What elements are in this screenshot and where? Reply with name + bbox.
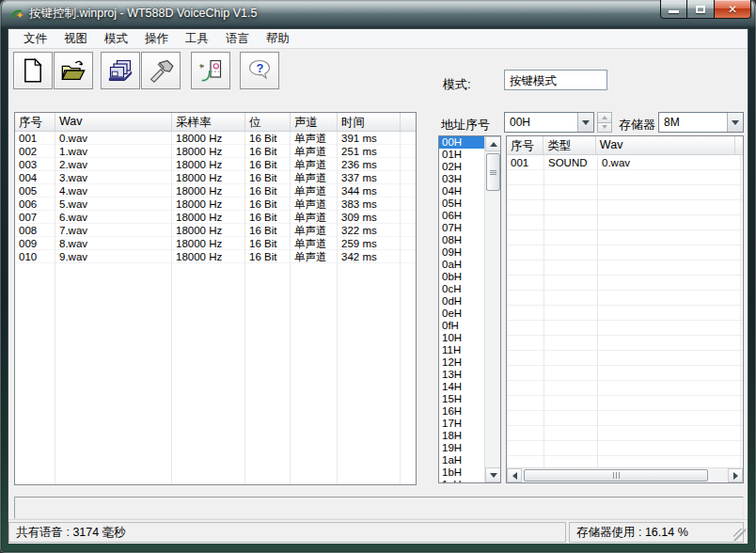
column-header[interactable]: 序号 bbox=[15, 113, 55, 131]
cell: 18000 Hz bbox=[172, 224, 245, 236]
address-list-item[interactable]: 17H bbox=[439, 418, 484, 430]
program-table-row-empty bbox=[507, 366, 743, 381]
scroll-down-icon bbox=[490, 473, 497, 478]
address-list-item[interactable]: 05H bbox=[439, 198, 484, 210]
svg-text:?: ? bbox=[257, 61, 264, 75]
cell bbox=[598, 276, 741, 290]
program-table-hscrollbar[interactable] bbox=[507, 467, 743, 482]
wav-table-row[interactable]: 0109.wav18000 Hz16 Bit单声道342 ms bbox=[15, 250, 416, 263]
title-bar[interactable]: 按键控制.winproj - WT588D VoiceChip V1.5 ✕ bbox=[0, 0, 756, 28]
menu-item-help[interactable]: 帮助 bbox=[258, 29, 298, 49]
address-list-item[interactable]: 13H bbox=[439, 369, 484, 381]
address-combobox-dropdown-button[interactable] bbox=[577, 113, 593, 132]
scroll-down-button[interactable] bbox=[485, 467, 501, 482]
address-list-item[interactable]: 11H bbox=[439, 344, 484, 356]
wav-table-row[interactable]: 0021.wav18000 Hz16 Bit单声道251 ms bbox=[15, 145, 416, 158]
address-listbox[interactable]: 00H01H02H03H04H05H06H07H08H09H0aH0bH0cH0… bbox=[438, 135, 501, 483]
address-list-item[interactable]: 10H bbox=[439, 332, 484, 344]
address-list-item[interactable]: 1cH bbox=[439, 479, 484, 482]
address-list-item[interactable]: 0fH bbox=[439, 320, 484, 332]
scrollbar-thumb[interactable] bbox=[524, 469, 708, 482]
memory-combobox-dropdown-button[interactable] bbox=[727, 113, 743, 132]
address-list-item[interactable]: 0eH bbox=[439, 308, 484, 320]
address-list-item[interactable]: 06H bbox=[439, 210, 484, 222]
cell: 2.wav bbox=[55, 158, 172, 170]
address-list-item[interactable]: 04H bbox=[439, 185, 484, 198]
address-list-scrollbar[interactable] bbox=[484, 136, 500, 482]
column-header[interactable]: 序号 bbox=[507, 136, 543, 154]
download-chip-button[interactable] bbox=[191, 52, 230, 89]
new-project-button[interactable] bbox=[13, 52, 53, 89]
wav-table-row[interactable]: 0076.wav18000 Hz16 Bit单声道309 ms bbox=[15, 211, 416, 224]
address-list-item[interactable]: 09H bbox=[439, 246, 484, 259]
address-list-item[interactable]: 03H bbox=[439, 173, 484, 185]
column-header[interactable]: 时间 bbox=[338, 113, 401, 131]
cell: 16 Bit bbox=[245, 158, 291, 170]
spinner-down-button[interactable] bbox=[597, 123, 612, 134]
cell bbox=[544, 351, 598, 365]
mode-field[interactable]: 按键模式 bbox=[504, 70, 607, 90]
status-total-voice: 共有语音 : 3174 毫秒 bbox=[8, 522, 566, 543]
wav-table-row[interactable]: 0087.wav18000 Hz16 Bit单声道322 ms bbox=[15, 224, 416, 237]
cell: 383 ms bbox=[338, 198, 401, 210]
column-header[interactable]: Wav bbox=[55, 113, 172, 131]
scroll-up-button[interactable] bbox=[485, 136, 501, 151]
program-table-row[interactable]: 001SOUND0.wav bbox=[507, 155, 743, 170]
menu-bar: 文件视图模式操作工具语言帮助 bbox=[8, 29, 748, 49]
address-list-item[interactable]: 19H bbox=[439, 442, 484, 454]
address-list-item[interactable]: 16H bbox=[439, 405, 484, 418]
help-button[interactable]: ? bbox=[240, 52, 279, 89]
scroll-right-button[interactable] bbox=[728, 468, 743, 482]
resize-grip[interactable] bbox=[733, 529, 746, 541]
build-button[interactable] bbox=[141, 52, 181, 89]
menu-item-view[interactable]: 视图 bbox=[55, 29, 96, 49]
wav-table-row[interactable]: 0010.wav18000 Hz16 Bit单声道391 ms bbox=[15, 132, 416, 145]
wav-table-row[interactable]: 0043.wav18000 Hz16 Bit单声道337 ms bbox=[15, 171, 416, 184]
column-header[interactable]: 类型 bbox=[543, 136, 596, 154]
address-list-item[interactable]: 0cH bbox=[439, 283, 484, 295]
column-header[interactable]: 位 bbox=[245, 113, 291, 131]
address-list-item[interactable]: 07H bbox=[439, 222, 484, 234]
address-list-item[interactable]: 08H bbox=[439, 234, 484, 246]
address-list-item[interactable]: 0bH bbox=[439, 271, 484, 283]
menu-item-language[interactable]: 语言 bbox=[217, 29, 258, 49]
column-header[interactable]: 采样率 bbox=[172, 113, 245, 131]
column-header[interactable]: 声道 bbox=[291, 113, 338, 131]
program-table-row-empty bbox=[507, 170, 743, 185]
address-list-item[interactable]: 0dH bbox=[439, 295, 484, 308]
close-button[interactable]: ✕ bbox=[714, 0, 751, 19]
address-list-item[interactable]: 15H bbox=[439, 393, 484, 405]
wav-table-row[interactable]: 0065.wav18000 Hz16 Bit单声道383 ms bbox=[15, 198, 416, 211]
cell bbox=[598, 291, 741, 305]
memory-combobox[interactable]: 8M bbox=[658, 112, 744, 133]
open-project-button[interactable] bbox=[54, 52, 93, 89]
scroll-left-button[interactable] bbox=[507, 468, 522, 482]
menu-item-operation[interactable]: 操作 bbox=[136, 29, 177, 49]
maximize-button[interactable] bbox=[687, 0, 714, 19]
address-list-item[interactable]: 0aH bbox=[439, 259, 484, 271]
address-list-item[interactable]: 02H bbox=[439, 161, 484, 173]
address-list-item[interactable]: 12H bbox=[439, 356, 484, 369]
wav-table-row[interactable]: 0098.wav18000 Hz16 Bit单声道259 ms bbox=[15, 237, 416, 250]
address-list-item[interactable]: 1bH bbox=[439, 466, 484, 479]
wav-table-row[interactable]: 0032.wav18000 Hz16 Bit单声道236 ms bbox=[15, 158, 416, 171]
cell: 18000 Hz bbox=[172, 211, 245, 223]
address-list-item[interactable]: 1aH bbox=[439, 454, 484, 466]
menu-item-mode[interactable]: 模式 bbox=[96, 29, 136, 49]
address-combobox[interactable]: 00H bbox=[504, 112, 594, 133]
address-list-item[interactable]: 01H bbox=[439, 149, 484, 161]
wav-table-header: 序号Wav采样率位声道时间 bbox=[15, 113, 416, 132]
column-header[interactable]: Wav bbox=[596, 136, 735, 154]
menu-item-tools[interactable]: 工具 bbox=[177, 29, 217, 49]
address-list-item[interactable]: 14H bbox=[439, 381, 484, 393]
menu-item-file[interactable]: 文件 bbox=[15, 29, 55, 49]
cell: 18000 Hz bbox=[172, 237, 245, 249]
address-spinner[interactable] bbox=[597, 112, 612, 133]
wav-table-row[interactable]: 0054.wav18000 Hz16 Bit单声道344 ms bbox=[15, 184, 416, 198]
minimize-button[interactable] bbox=[660, 0, 687, 19]
address-list-item[interactable]: 00H bbox=[439, 136, 484, 149]
compile-button[interactable] bbox=[101, 52, 140, 89]
spinner-up-button[interactable] bbox=[597, 112, 612, 123]
scrollbar-thumb[interactable] bbox=[486, 153, 500, 191]
address-list-item[interactable]: 18H bbox=[439, 430, 484, 442]
